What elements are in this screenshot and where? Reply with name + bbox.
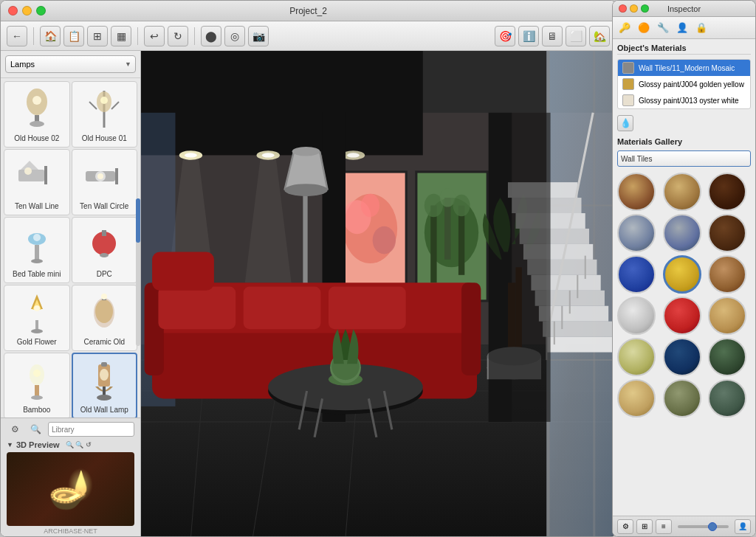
inspector-settings-button[interactable]: ⚙: [617, 519, 633, 534]
inspector-icon-3[interactable]: 🔧: [656, 21, 670, 35]
list-item[interactable]: Old Wall Lamp: [72, 353, 138, 418]
material-swatch-item[interactable]: [617, 255, 656, 294]
inspector-body: Object's Materials Wall Tiles/11_Modern …: [613, 39, 755, 537]
inspector-traffic-lights: [619, 4, 649, 13]
item-label: Ceramic Old: [83, 338, 125, 347]
list-item[interactable]: Ten Wall Circle: [72, 149, 138, 215]
item-icon: [11, 221, 63, 268]
material-item[interactable]: Glossy paint/J013 oyster white: [618, 92, 750, 108]
material-swatch-item[interactable]: [617, 214, 656, 252]
search-icon[interactable]: 🔍: [27, 421, 44, 437]
back-button[interactable]: ←: [7, 26, 27, 46]
inspector-maximize-button[interactable]: [641, 4, 649, 13]
item-label: Old House 02: [14, 134, 59, 143]
svg-point-82: [453, 195, 470, 216]
left-scroll-bar: [136, 198, 140, 346]
inspector-icon-5[interactable]: 🔒: [694, 21, 709, 35]
inspector-list-button[interactable]: ≡: [656, 519, 672, 534]
grid-button[interactable]: ⊞: [87, 26, 108, 46]
item-icon: [11, 153, 63, 201]
inspector-person-button[interactable]: 👤: [735, 519, 751, 534]
material-swatch-item[interactable]: [663, 297, 701, 335]
redo-button[interactable]: ↻: [168, 26, 188, 46]
material-swatch-item[interactable]: [708, 379, 746, 418]
preview-area: 🪔: [7, 452, 134, 526]
scroll-thumb[interactable]: [136, 198, 140, 243]
material-swatch-item[interactable]: [663, 379, 701, 418]
left-panel: Lamps Furniture Decor ▼: [1, 51, 141, 537]
material-swatch-item[interactable]: [617, 297, 656, 335]
item-icon: [78, 153, 130, 201]
svg-point-72: [373, 226, 396, 254]
layers-button[interactable]: 📋: [63, 26, 84, 46]
list-item[interactable]: Ten Wall Line: [4, 149, 70, 215]
material-swatch-item[interactable]: [708, 338, 746, 376]
material-swatch-item[interactable]: [663, 255, 701, 294]
materials-section-title: Object's Materials: [617, 44, 751, 55]
settings-icon[interactable]: ⚙: [7, 421, 23, 437]
svg-point-39: [100, 369, 109, 381]
preview-section-header: 3D Preview 🔍 🔍 ↺: [7, 440, 134, 449]
list-item[interactable]: Old House 02: [4, 81, 70, 148]
inspector-zoom-slider[interactable]: [678, 525, 729, 528]
eyedropper-button[interactable]: 💧: [617, 115, 633, 131]
list-item[interactable]: Bed Table mini: [4, 217, 70, 283]
material-swatch-item[interactable]: [708, 297, 746, 335]
inspector-icon-4[interactable]: 👤: [675, 21, 690, 35]
traffic-lights: [8, 6, 46, 15]
floor-button[interactable]: ⬜: [566, 26, 586, 46]
inspector-close-button[interactable]: [619, 4, 627, 13]
material-swatch-item[interactable]: [708, 255, 746, 294]
material-item[interactable]: Wall Tiles/11_Modern Mosaic: [618, 60, 750, 76]
material-swatch-item[interactable]: [617, 338, 656, 376]
material-item[interactable]: Glossy paint/J004 golden yellow: [618, 76, 750, 92]
material-swatch-item[interactable]: [663, 214, 701, 252]
svg-point-2: [30, 121, 44, 127]
category-dropdown[interactable]: Lamps Furniture Decor: [5, 55, 136, 73]
list-item[interactable]: DPC: [72, 217, 138, 283]
materials-list: Wall Tiles/11_Modern Mosaic Glossy paint…: [617, 59, 751, 109]
svg-point-36: [33, 370, 41, 377]
viewport[interactable]: [141, 51, 616, 537]
inspector-minimize-button[interactable]: [630, 4, 638, 13]
inspector-icon-1[interactable]: 🔑: [617, 21, 632, 35]
list-item[interactable]: Ceramic Old: [72, 285, 138, 351]
material-swatch-item[interactable]: [617, 379, 656, 418]
material-swatch-item[interactable]: [663, 173, 701, 211]
inspector-icon-2[interactable]: 🟠: [636, 21, 651, 35]
material-swatch-item[interactable]: [708, 173, 746, 211]
archibase-logo: ARCHIBASE·NET: [7, 527, 134, 535]
search-input[interactable]: [52, 426, 131, 434]
list-item[interactable]: Bamboo: [4, 353, 70, 418]
oval-button[interactable]: ◎: [224, 26, 245, 46]
svg-rect-52: [141, 51, 423, 155]
gallery-dropdown[interactable]: Wall Tiles Floor Tiles Wood Paint: [617, 150, 751, 167]
svg-rect-97: [329, 287, 406, 330]
view-button[interactable]: ▦: [111, 26, 131, 46]
house-button[interactable]: 🏡: [589, 26, 610, 46]
category-selector: Lamps Furniture Decor ▼: [1, 51, 140, 78]
svg-point-32: [101, 294, 107, 299]
object-button[interactable]: 🎯: [495, 26, 515, 46]
material-swatch-item[interactable]: [663, 338, 701, 376]
undo-button[interactable]: ↩: [144, 26, 165, 46]
close-button[interactable]: [8, 6, 18, 15]
viewport-scene: [141, 51, 616, 537]
inspector-toolbar: 🔑 🟠 🔧 👤 🔒: [613, 17, 755, 39]
maximize-button[interactable]: [36, 6, 46, 15]
list-item[interactable]: Gold Flower: [4, 285, 70, 351]
list-item[interactable]: Old House 01: [72, 81, 138, 148]
minimize-button[interactable]: [22, 6, 32, 15]
inspector-zoom-thumb[interactable]: [708, 522, 717, 531]
info-button[interactable]: ℹ️: [518, 26, 539, 46]
home-button[interactable]: 🏠: [40, 26, 61, 46]
material-swatch-item[interactable]: [708, 214, 746, 252]
camera-button[interactable]: 📷: [248, 26, 269, 46]
item-label: Gold Flower: [17, 338, 57, 347]
svg-point-25: [31, 329, 43, 333]
circle-button[interactable]: ⬤: [201, 26, 221, 46]
item-icon: [11, 85, 63, 133]
inspector-view-button[interactable]: ⊞: [636, 519, 653, 534]
monitor-button[interactable]: 🖥: [542, 26, 563, 46]
material-swatch-item[interactable]: [617, 173, 656, 211]
